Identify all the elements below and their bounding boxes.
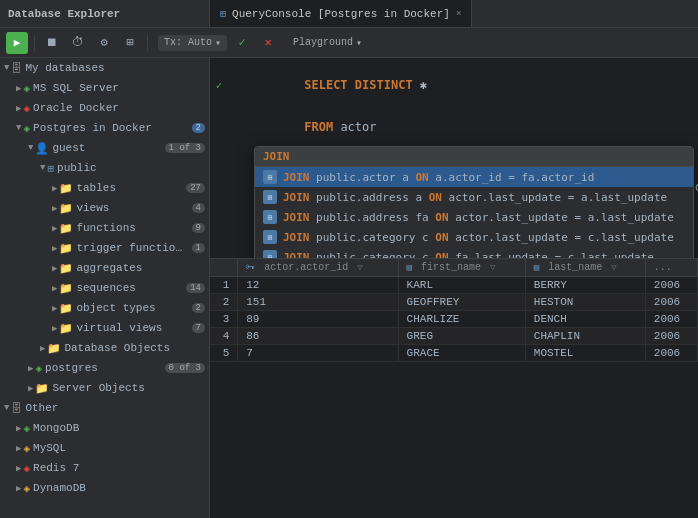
grid-button[interactable]: ⊞ xyxy=(119,32,141,54)
tx-commit-button[interactable]: ✓ xyxy=(231,32,253,54)
ac-item-0[interactable]: ⊞ JOIN public.actor a ON a.actor_id = fa… xyxy=(255,167,693,187)
cell-extra: 2006 xyxy=(645,294,697,311)
settings-button[interactable]: ⚙ xyxy=(93,32,115,54)
functions-badge: 9 xyxy=(192,223,205,233)
public-label: public xyxy=(57,162,205,174)
db-objects-folder-icon: 📁 xyxy=(47,342,61,355)
sidebar-section-other[interactable]: ▼ 🗄 Other xyxy=(0,398,209,418)
sidebar-item-mysql[interactable]: ▶ ◈ MySQL xyxy=(0,438,209,458)
sidebar-item-server-objects[interactable]: ▶ 📁 Server Objects xyxy=(0,378,209,398)
postgres-db-chevron-icon: ▶ xyxy=(28,363,33,374)
guest-label: guest xyxy=(52,142,161,154)
col-header-first-name[interactable]: ▤ first_name ▽ xyxy=(398,259,525,277)
timer-button[interactable]: ⏱ xyxy=(67,32,89,54)
ac-item-3[interactable]: ⊞ JOIN public.category c ON actor.last_u… xyxy=(255,227,693,247)
col-header-actor-id[interactable]: 🗝 actor.actor_id ▽ xyxy=(238,259,398,277)
row-num: 2 xyxy=(210,294,238,311)
row-num: 1 xyxy=(210,277,238,294)
sidebar-item-dynamodb[interactable]: ▶ ◈ DynamoDB xyxy=(0,478,209,498)
code-editor[interactable]: ✓ SELECT DISTINCT ✱ FROM actor xyxy=(210,58,698,258)
tables-label: tables xyxy=(76,182,183,194)
sidebar-item-oracle[interactable]: ▶ ◈ Oracle Docker xyxy=(0,98,209,118)
cell-first-name: KARL xyxy=(398,277,525,294)
postgres-db-badge: 0 of 3 xyxy=(165,363,205,373)
sidebar-item-postgres-db[interactable]: ▶ ◈ postgres 0 of 3 xyxy=(0,358,209,378)
tx-rollback-button[interactable]: ✕ xyxy=(257,32,279,54)
col-header-rownum xyxy=(210,259,238,277)
functions-label: functions xyxy=(76,222,188,234)
sidebar-item-virtual-views[interactable]: ▶ 📁 virtual views 7 xyxy=(0,318,209,338)
cell-last-name: HESTON xyxy=(525,294,645,311)
server-obj-folder-icon: 📁 xyxy=(35,382,49,395)
sequences-label: sequences xyxy=(76,282,183,294)
sidebar-item-mssql[interactable]: ▶ ◈ MS SQL Server xyxy=(0,78,209,98)
db-objects-chevron-icon: ▶ xyxy=(40,343,45,354)
table-row: 1 12 KARL BERRY 2006 xyxy=(210,277,698,294)
first-name-filter-icon[interactable]: ▽ xyxy=(490,263,495,273)
guest-icon: 👤 xyxy=(35,142,49,155)
redis-label: Redis 7 xyxy=(33,462,205,474)
postgres-label: Postgres in Docker xyxy=(33,122,189,134)
sidebar-item-trigger-functions[interactable]: ▶ 📁 trigger functions 1 xyxy=(0,238,209,258)
tab-label: QueryConsole [Postgres in Docker] xyxy=(232,8,450,20)
dynamodb-chevron-icon: ▶ xyxy=(16,483,21,494)
sidebar-item-views[interactable]: ▶ 📁 views 4 xyxy=(0,198,209,218)
tx-auto-dropdown[interactable]: Tx: Auto ▾ xyxy=(158,35,227,51)
sidebar-item-sequences[interactable]: ▶ 📁 sequences 14 xyxy=(0,278,209,298)
sidebar-item-postgres[interactable]: ▼ ◈ Postgres in Docker 2 xyxy=(0,118,209,138)
sidebar-item-redis[interactable]: ▶ ◈ Redis 7 xyxy=(0,458,209,478)
cell-extra: 2006 xyxy=(645,345,697,362)
editor-area: ✓ SELECT DISTINCT ✱ FROM actor xyxy=(210,58,698,518)
trigger-fns-label: trigger functions xyxy=(76,242,188,254)
cell-last-name: BERRY xyxy=(525,277,645,294)
functions-chevron-icon: ▶ xyxy=(52,223,57,234)
ac-item-1-icon: ⊞ xyxy=(263,190,277,204)
ac-item-0-icon: ⊞ xyxy=(263,170,277,184)
sidebar-item-db-objects[interactable]: ▶ 📁 Database Objects xyxy=(0,338,209,358)
sidebar-item-aggregates[interactable]: ▶ 📁 aggregates xyxy=(0,258,209,278)
sidebar-item-guest[interactable]: ▼ 👤 guest 1 of 3 xyxy=(0,138,209,158)
cell-first-name: GRACE xyxy=(398,345,525,362)
row-num: 4 xyxy=(210,328,238,345)
row-num: 3 xyxy=(210,311,238,328)
playground-dropdown[interactable]: Playground ▾ xyxy=(287,35,368,51)
ac-item-0-text: JOIN public.actor a ON a.actor_id = fa.a… xyxy=(283,171,685,184)
active-tab[interactable]: ⊞ QueryConsole [Postgres in Docker] × xyxy=(210,0,472,27)
last-name-col-label: last_name xyxy=(548,262,602,273)
my-databases-icon: 🗄 xyxy=(11,62,22,75)
ac-item-4[interactable]: ⊞ JOIN public.category c ON fa.last_upda… xyxy=(255,247,693,258)
cell-last-name: MOSTEL xyxy=(525,345,645,362)
other-chevron-icon: ▼ xyxy=(4,403,9,413)
ac-item-4-icon: ⊞ xyxy=(263,250,277,258)
tab-close-btn[interactable]: × xyxy=(456,9,461,19)
col-header-extra[interactable]: ... xyxy=(645,259,697,277)
views-badge: 4 xyxy=(192,203,205,213)
ac-item-2-text: JOIN public.address fa ON actor.last_upd… xyxy=(283,211,685,224)
cell-last-name: CHAPLIN xyxy=(525,328,645,345)
tables-folder-icon: 📁 xyxy=(59,182,73,195)
obj-types-badge: 2 xyxy=(192,303,205,313)
col-header-last-name[interactable]: ▤ last_name ▽ xyxy=(525,259,645,277)
actor-id-filter-icon[interactable]: ▽ xyxy=(357,263,362,273)
views-folder-icon: 📁 xyxy=(59,202,73,215)
sidebar-section-my-databases[interactable]: ▼ 🗄 My databases xyxy=(0,58,209,78)
sidebar-item-public[interactable]: ▼ ⊞ public xyxy=(0,158,209,178)
ac-item-1[interactable]: ⊞ JOIN public.address a ON actor.last_up… xyxy=(255,187,693,207)
mssql-label: MS SQL Server xyxy=(33,82,205,94)
ac-item-2-icon: ⊞ xyxy=(263,210,277,224)
sidebar-item-object-types[interactable]: ▶ 📁 object types 2 xyxy=(0,298,209,318)
public-schema-icon: ⊞ xyxy=(47,162,54,175)
last-name-filter-icon[interactable]: ▽ xyxy=(611,263,616,273)
sidebar-item-tables[interactable]: ▶ 📁 tables 27 xyxy=(0,178,209,198)
stop-button[interactable]: ⏹ xyxy=(41,32,63,54)
redis-chevron-icon: ▶ xyxy=(16,463,21,474)
tx-auto-label: Tx: Auto xyxy=(164,37,212,48)
sidebar-item-functions[interactable]: ▶ 📁 functions 9 xyxy=(0,218,209,238)
cell-last-name: DENCH xyxy=(525,311,645,328)
my-databases-label: My databases xyxy=(25,62,205,74)
cell-extra: 2006 xyxy=(645,277,697,294)
sidebar-item-mongodb[interactable]: ▶ ◈ MongoDB xyxy=(0,418,209,438)
ac-item-2[interactable]: ⊞ JOIN public.address fa ON actor.last_u… xyxy=(255,207,693,227)
cell-first-name: CHARLIZE xyxy=(398,311,525,328)
run-button[interactable]: ▶ xyxy=(6,32,28,54)
